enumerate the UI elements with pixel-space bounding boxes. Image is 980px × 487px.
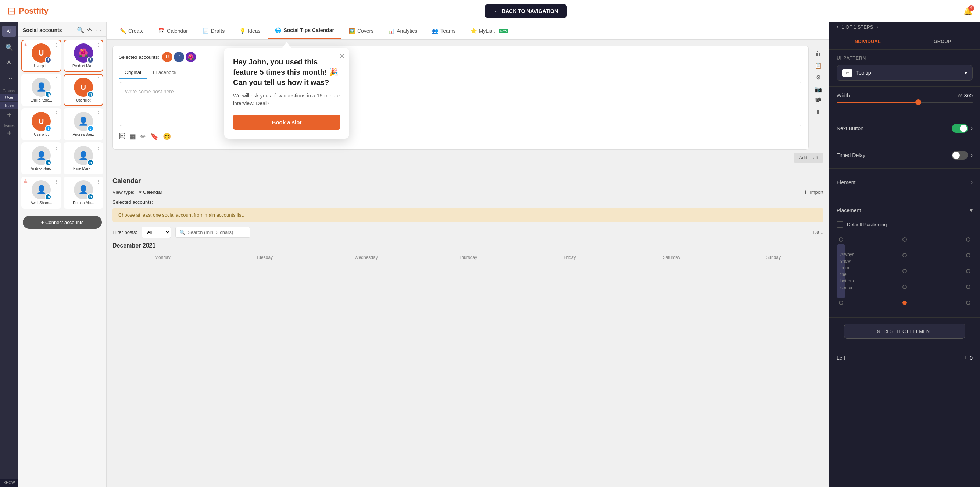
trash-icon[interactable]: 🗑 [813, 49, 823, 59]
book-slot-button[interactable]: Book a slot [233, 115, 340, 130]
timed-delay-toggle[interactable] [952, 151, 968, 160]
element-chevron[interactable]: › [971, 179, 973, 186]
flag-icon[interactable]: 🏴 [813, 96, 823, 106]
selected-avatars: U f 🌺 [162, 52, 196, 62]
eye2-icon[interactable]: 👁 [813, 107, 823, 118]
placement-dot-ml[interactable] [902, 253, 907, 257]
dropdown-arrow-icon: ▾ [139, 189, 142, 195]
add-group-button[interactable]: + [7, 111, 11, 119]
account-card[interactable]: ⚠ ⋮ U f Userpilot [21, 40, 61, 72]
tab-ideas[interactable]: 💡 Ideas [232, 22, 267, 39]
account-card[interactable]: ⋮ U in Userpilot [64, 74, 103, 106]
next-button-chevron[interactable]: › [971, 125, 973, 132]
account-card[interactable]: ⋮ 👤 t Andrea Saez [64, 108, 103, 140]
placement-dot-mr[interactable] [966, 253, 970, 257]
width-slider[interactable] [837, 102, 973, 103]
account-card[interactable]: ⋮ 👤 in Elise Mare... [64, 142, 103, 174]
placement-dot-mr2[interactable] [966, 269, 970, 273]
account-card[interactable]: ⋮ 👤 in Andrea Saez [21, 142, 61, 174]
tooltip-close-button[interactable]: ✕ [339, 52, 345, 60]
tab-social-tips[interactable]: 🌐 Social Tips Calendar [267, 22, 341, 39]
account-more-icon[interactable]: ⋮ [54, 76, 59, 82]
tab-mylis[interactable]: ⭐ MyLis... New [463, 22, 516, 39]
next-button-toggle[interactable] [952, 124, 968, 133]
placement-dot-ml2[interactable] [902, 269, 907, 273]
tab-teams[interactable]: 👥 Teams [425, 22, 463, 39]
grid-toolbar-icon[interactable]: ▦ [130, 133, 136, 141]
placement-dot-tr[interactable] [966, 237, 970, 242]
account-card[interactable]: ⋮ 👤 in Roman Mo... [64, 177, 103, 209]
emoji-toolbar-icon[interactable]: 😊 [163, 133, 171, 141]
account-card[interactable]: ⋮ 🌺 f Product Ma... [64, 40, 103, 72]
back-nav-button[interactable]: ← BACK TO NAVIGATION [485, 5, 567, 18]
placement-row[interactable]: Placement ▾ [837, 202, 973, 218]
account-more-icon[interactable]: ⋮ [54, 110, 59, 116]
all-button[interactable]: All [2, 26, 16, 37]
width-value: 300 [964, 93, 973, 99]
placement-dot-tc[interactable] [902, 237, 907, 242]
add-draft-button[interactable]: Add draft [794, 153, 823, 163]
next-step-icon[interactable]: › [876, 24, 878, 30]
search-icon[interactable]: 🔍 [2, 42, 16, 53]
bookmark-toolbar-icon[interactable]: 🔖 [150, 133, 158, 141]
post-tab-original[interactable]: Original [119, 67, 147, 79]
placement-dot-tl[interactable] [839, 237, 843, 242]
import-button[interactable]: ⬇ Import [803, 189, 823, 195]
filter-select[interactable]: All [142, 227, 171, 238]
more-icon[interactable]: ⋯ [2, 73, 16, 84]
add-team-button[interactable]: + [7, 129, 11, 137]
tab-drafts[interactable]: 📄 Drafts [195, 22, 232, 39]
account-more-icon[interactable]: ⋮ [96, 42, 101, 48]
account-card[interactable]: ⚠ ⋮ 👤 in Awni Sham... [21, 177, 61, 209]
prev-step-icon[interactable]: ‹ [837, 24, 838, 30]
ui-pattern-select[interactable]: ▭ Tooltip ▾ [837, 65, 973, 81]
tab-individual[interactable]: INDIVIDUAL [829, 34, 905, 49]
copy-icon[interactable]: 📋 [813, 60, 823, 70]
reselect-element-button[interactable]: ⊕ RESELECT ELEMENT [844, 324, 965, 339]
account-card[interactable]: ⋮ 👤 in Emilia Korc... [21, 74, 61, 106]
pencil-toolbar-icon[interactable]: ✏ [140, 133, 146, 141]
tab-covers[interactable]: 🖼️ Covers [342, 22, 381, 39]
search-input[interactable] [188, 230, 246, 235]
steps-text: 1 OF 1 STEPS [842, 24, 873, 30]
account-card[interactable]: ⋮ U t Userpilot [21, 108, 61, 140]
width-slider-thumb[interactable] [915, 99, 921, 105]
default-pos-checkbox[interactable] [837, 221, 843, 228]
connect-accounts-button[interactable]: + Connect accounts [23, 216, 102, 229]
placement-chevron-down[interactable]: ▾ [970, 207, 973, 214]
post-tab-facebook[interactable]: f Facebook [147, 67, 182, 79]
account-more-icon[interactable]: ⋮ [54, 42, 59, 48]
account-more-icon[interactable]: ⋮ [96, 110, 101, 116]
tab-create[interactable]: ✏️ Create [113, 22, 151, 39]
day-label-thursday: Thursday [418, 254, 518, 262]
search-accounts-icon[interactable]: 🔍 [77, 27, 84, 34]
placement-dot-br[interactable] [966, 300, 970, 305]
placement-dot-mr3[interactable] [966, 285, 970, 289]
eye-icon[interactable]: 👁 [2, 57, 16, 69]
tab-group[interactable]: GROUP [905, 34, 980, 49]
account-more-icon[interactable]: ⋮ [96, 76, 101, 82]
placement-dot-bl[interactable] [839, 300, 843, 305]
more-accounts-icon[interactable]: ⋯ [96, 27, 102, 34]
photo-icon[interactable]: 📷 [813, 84, 823, 94]
view-type-select[interactable]: ▾ Calendar [139, 189, 162, 195]
account-more-icon[interactable]: ⋮ [96, 179, 101, 185]
placement-dot-bc-active[interactable] [902, 300, 907, 305]
eye-accounts-icon[interactable]: 👁 [87, 27, 93, 34]
settings-icon[interactable]: ⚙ [813, 72, 823, 82]
post-editor[interactable]: Write some post here... [119, 82, 802, 126]
timed-delay-chevron[interactable]: › [971, 152, 973, 158]
placement-dot-ml3[interactable] [902, 285, 907, 289]
element-row[interactable]: Element › [837, 175, 973, 190]
notifications[interactable]: 🔔 4 [964, 6, 973, 16]
show-button[interactable]: SHOW [0, 479, 18, 487]
account-more-icon[interactable]: ⋮ [96, 145, 101, 150]
account-platform-badge: t [45, 125, 51, 132]
tab-analytics[interactable]: 📊 Analytics [381, 22, 425, 39]
post-compose-box: Selected accounts: U f 🌺 Original f Face… [113, 46, 809, 150]
account-more-icon[interactable]: ⋮ [54, 145, 59, 150]
tab-calendar[interactable]: 📅 Calendar [151, 22, 195, 39]
image-toolbar-icon[interactable]: 🖼 [119, 133, 125, 141]
calendar-title: Calendar [113, 177, 823, 185]
account-more-icon[interactable]: ⋮ [54, 179, 59, 185]
